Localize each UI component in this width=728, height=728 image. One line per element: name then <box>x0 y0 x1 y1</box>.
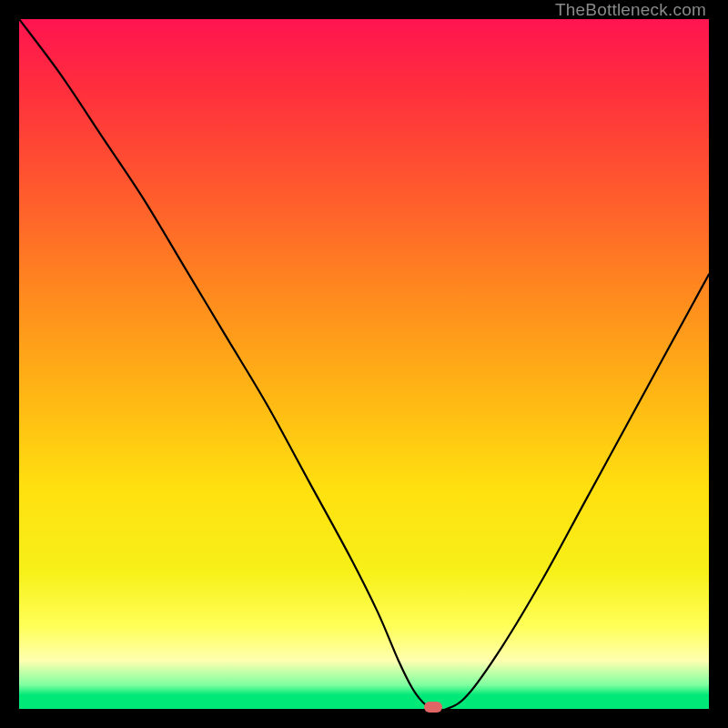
chart-frame: TheBottleneck.com <box>0 0 728 728</box>
bottleneck-curve <box>19 19 709 709</box>
watermark-text: TheBottleneck.com <box>555 0 706 20</box>
optimal-point-marker <box>424 702 442 713</box>
plot-area <box>19 19 709 709</box>
